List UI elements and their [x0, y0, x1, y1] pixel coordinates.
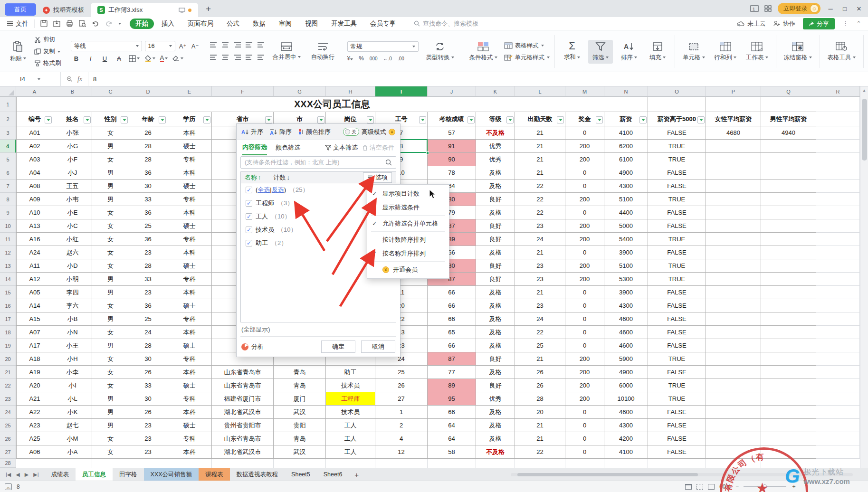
- tab-color-filter[interactable]: 颜色筛选: [276, 141, 300, 155]
- row-header-20[interactable]: 20: [0, 352, 16, 366]
- cell[interactable]: 21: [515, 286, 565, 299]
- cell[interactable]: A17: [16, 339, 53, 352]
- login-button[interactable]: 立即登录 ☺: [778, 3, 820, 14]
- cell[interactable]: [648, 459, 706, 468]
- cell[interactable]: A07: [16, 326, 53, 339]
- cell[interactable]: 及格: [476, 312, 515, 326]
- cell[interactable]: 优秀: [476, 392, 515, 406]
- cell[interactable]: [706, 286, 761, 299]
- cell[interactable]: FALSE: [648, 206, 706, 219]
- cell[interactable]: [816, 233, 860, 246]
- sort-ascending-button[interactable]: A 升序: [241, 128, 263, 136]
- cell[interactable]: [706, 153, 761, 166]
- cell[interactable]: 0: [565, 206, 604, 219]
- cell[interactable]: 27: [375, 392, 428, 406]
- cell[interactable]: 22: [515, 180, 565, 193]
- cell[interactable]: 女: [92, 299, 129, 312]
- cell[interactable]: 不及格: [476, 445, 515, 459]
- cell[interactable]: 良好: [476, 193, 515, 206]
- cell[interactable]: 4400: [604, 206, 648, 219]
- align-indent-left-button[interactable]: [245, 41, 253, 50]
- cell[interactable]: [761, 97, 816, 112]
- fill-color-button[interactable]: [144, 55, 155, 62]
- column-header-H[interactable]: H: [326, 86, 375, 97]
- filter-dropdown-icon[interactable]: [159, 116, 166, 123]
- cell[interactable]: 4600: [604, 339, 648, 352]
- cell[interactable]: FALSE: [648, 219, 706, 233]
- color-sort-button[interactable]: 颜色排序: [298, 128, 331, 136]
- add-sheet-button[interactable]: +: [349, 471, 364, 479]
- cell[interactable]: A14: [16, 299, 53, 312]
- cell[interactable]: [816, 126, 860, 140]
- cell[interactable]: [326, 459, 375, 468]
- cell[interactable]: [761, 193, 816, 206]
- row-header-12[interactable]: 12: [0, 246, 16, 259]
- cell[interactable]: 良好: [476, 352, 515, 366]
- cell[interactable]: 28: [129, 259, 167, 273]
- cell[interactable]: A10: [16, 206, 53, 219]
- cell[interactable]: 23: [129, 286, 167, 299]
- merge-center-button[interactable]: 合并居中: [270, 40, 304, 63]
- currency-button[interactable]: ¥: [347, 55, 353, 62]
- column-header-D[interactable]: D: [129, 86, 167, 97]
- cell[interactable]: 4300: [604, 180, 648, 193]
- cell[interactable]: 21: [515, 432, 565, 445]
- filter-dropdown-icon[interactable]: [203, 116, 210, 123]
- cell[interactable]: A16: [16, 233, 53, 246]
- cell[interactable]: [761, 379, 816, 392]
- cell[interactable]: 硕士: [167, 379, 212, 392]
- cell[interactable]: 李四: [53, 286, 92, 299]
- cell[interactable]: 21: [515, 140, 565, 153]
- first-sheet-icon[interactable]: |◀: [6, 472, 11, 478]
- option-按名称升序排列[interactable]: ✓按名称升序排列: [367, 246, 449, 260]
- clear-filter-button[interactable]: 清空条件: [362, 143, 394, 152]
- cell[interactable]: 28: [515, 392, 565, 406]
- filter-dropdown-icon[interactable]: [506, 116, 514, 123]
- cell[interactable]: [761, 352, 816, 366]
- cell[interactable]: [816, 97, 860, 112]
- cell[interactable]: 武汉: [274, 406, 326, 419]
- menu-tab-视图[interactable]: 视图: [299, 19, 324, 29]
- cell[interactable]: 95: [428, 392, 476, 406]
- paste-button[interactable]: 粘贴: [6, 39, 30, 65]
- cell[interactable]: [761, 206, 816, 219]
- cell[interactable]: 200: [565, 219, 604, 233]
- cell[interactable]: 硕士: [167, 419, 212, 432]
- cell[interactable]: A22: [16, 406, 53, 419]
- cancel-button[interactable]: 取消: [361, 341, 395, 353]
- cell[interactable]: FALSE: [648, 339, 706, 352]
- cell[interactable]: [761, 419, 816, 432]
- cell[interactable]: 女: [92, 326, 129, 339]
- cell[interactable]: 专科: [167, 312, 212, 326]
- filter-dropdown-icon[interactable]: [697, 116, 705, 123]
- cell[interactable]: [428, 459, 476, 468]
- cell[interactable]: [706, 246, 761, 259]
- cell[interactable]: [761, 153, 816, 166]
- cell[interactable]: 4940: [761, 126, 816, 140]
- cell[interactable]: [706, 419, 761, 432]
- row-header-19[interactable]: 19: [0, 339, 16, 352]
- cell[interactable]: 小韦: [53, 193, 92, 206]
- cloud-status[interactable]: 未上云: [737, 19, 766, 28]
- row-header-21[interactable]: 21: [0, 366, 16, 379]
- align-r-button[interactable]: [233, 41, 241, 50]
- cell[interactable]: 女: [92, 246, 129, 259]
- cell[interactable]: [706, 233, 761, 246]
- tab-content-filter[interactable]: 内容筛选: [242, 140, 267, 155]
- cell[interactable]: 优秀: [476, 153, 515, 166]
- next-sheet-icon[interactable]: ▶: [25, 472, 29, 478]
- vertical-scrollbar[interactable]: ▲: [860, 86, 868, 468]
- cell[interactable]: 及格: [476, 246, 515, 259]
- cell[interactable]: TRUE: [648, 233, 706, 246]
- cell[interactable]: 65: [428, 326, 476, 339]
- cell[interactable]: [706, 273, 761, 286]
- 工作表-button[interactable]: 工作表: [743, 40, 771, 64]
- format-painter-button[interactable]: 格式刷: [34, 59, 61, 67]
- cell[interactable]: TRUE: [648, 140, 706, 153]
- cell[interactable]: 1: [375, 406, 428, 419]
- cell[interactable]: 25: [375, 366, 428, 379]
- cell[interactable]: 58: [428, 445, 476, 459]
- cell[interactable]: 福建省厦门市: [212, 392, 274, 406]
- align-indent-right-button[interactable]: [257, 41, 265, 50]
- cell[interactable]: 及格: [476, 406, 515, 419]
